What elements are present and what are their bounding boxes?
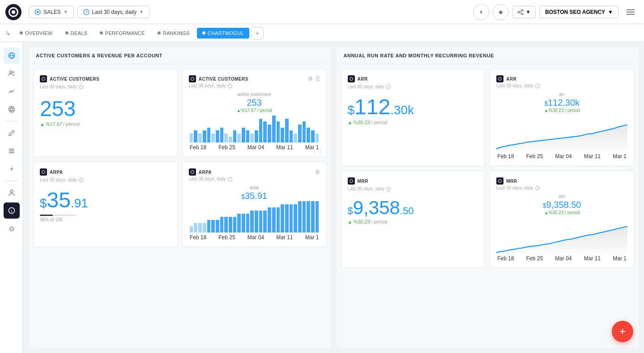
chart-mrr-subtitle: Last 30 days, daily i bbox=[496, 185, 627, 190]
sales-dropdown[interactable]: SALES ▼ bbox=[29, 6, 74, 18]
sidebar-item-globe[interactable] bbox=[4, 47, 20, 64]
sidebar-item-pen[interactable] bbox=[4, 125, 20, 141]
x-label-4: Mar 11 bbox=[276, 144, 293, 151]
bar-segment bbox=[246, 214, 250, 232]
sidebar-item-world[interactable] bbox=[4, 101, 20, 117]
drag-handle-1[interactable]: ⋮⋮ bbox=[311, 148, 324, 155]
cm-logo-7 bbox=[348, 177, 355, 185]
tab-add-button[interactable]: + bbox=[251, 27, 264, 39]
arpa-bar-chart bbox=[189, 201, 320, 232]
bar-segment bbox=[277, 207, 280, 232]
sidebar-item-lightning[interactable] bbox=[4, 161, 20, 177]
arr-currency: $ bbox=[348, 103, 355, 117]
arpa-x-label-1: Feb 18 bbox=[190, 234, 206, 241]
arpa-x-label-2: Feb 25 bbox=[218, 234, 235, 241]
info-dot-5: i bbox=[386, 85, 391, 89]
bar-segment bbox=[311, 130, 315, 142]
bar-segment bbox=[203, 130, 206, 142]
bar-segment bbox=[263, 121, 267, 142]
sidebar-item-info[interactable]: i bbox=[4, 202, 20, 219]
chart-arpa-value: $35.91 bbox=[189, 191, 320, 201]
fab-add-button[interactable]: + bbox=[612, 321, 633, 342]
chart-title-arpa: ARPA bbox=[189, 168, 212, 176]
svg-line-10 bbox=[520, 11, 521, 12]
bar-segment bbox=[268, 207, 271, 232]
share-button[interactable]: ▼ bbox=[512, 6, 536, 18]
arr-x-1: Feb 18 bbox=[497, 153, 514, 159]
arpa-subtitle: Last 30 days, daily i bbox=[40, 177, 171, 182]
cm-logo-5 bbox=[348, 75, 355, 82]
bar-segment bbox=[207, 128, 211, 142]
chart-mrr-xlabels: Feb 18 Feb 25 Mar 04 Mar 11 Mar 1 bbox=[496, 254, 627, 262]
info-dot-4: i bbox=[228, 177, 232, 181]
bar-segment bbox=[203, 223, 206, 232]
tab-rankings[interactable]: RANKINGS bbox=[152, 28, 195, 39]
sidebar-item-bug[interactable] bbox=[4, 220, 20, 237]
info-dot-2: i bbox=[228, 84, 232, 88]
bar-segment bbox=[268, 125, 271, 142]
bar-segment bbox=[224, 133, 228, 142]
workspace-dropdown[interactable]: BOSTON SEO AGENCY ▼ bbox=[539, 6, 619, 18]
active-customers-subtitle: Last 30 days, daily i bbox=[40, 84, 171, 89]
sales-label: SALES bbox=[43, 9, 61, 15]
bar-segment bbox=[233, 217, 237, 232]
bar-segment bbox=[194, 223, 197, 232]
svg-point-32 bbox=[10, 228, 13, 231]
mrr-change-period: / period bbox=[371, 219, 388, 224]
mrr-change-arrow: ▲ bbox=[348, 219, 353, 224]
bar-segment bbox=[281, 128, 284, 142]
flash-icon bbox=[478, 9, 484, 15]
tab-overview[interactable]: OVERVIEW bbox=[14, 28, 58, 39]
menu-button[interactable] bbox=[623, 4, 639, 20]
sidebar-item-person[interactable] bbox=[4, 185, 20, 201]
bar-segment bbox=[242, 214, 245, 232]
active-customers-chart-card: ACTIVE CUSTOMERS ⚙ ⠿ Last 30 days, daily… bbox=[182, 69, 327, 157]
chart-title-mrr: MRR bbox=[496, 177, 517, 185]
tab-performance[interactable]: PERFORMANCE bbox=[94, 28, 150, 39]
chart-header-arr: ARR bbox=[496, 75, 627, 82]
info-dot-3: i bbox=[79, 178, 83, 182]
mrr-chart-card: MRR Last 30 days, daily i mrr $9,358.50 … bbox=[490, 171, 634, 268]
bar-segment bbox=[220, 217, 224, 232]
arr-x-4: Mar 11 bbox=[584, 153, 601, 159]
settings-icon-2[interactable]: ⚙ bbox=[315, 169, 320, 175]
tab-chartmogul[interactable]: CHARTMOGUL bbox=[197, 28, 249, 39]
tab-chartmogul-dot bbox=[202, 31, 205, 34]
bar-segment bbox=[216, 130, 219, 142]
bar-segment bbox=[285, 204, 289, 232]
time-label: Last 30 days, daily bbox=[92, 9, 136, 15]
sidebar-item-list[interactable] bbox=[4, 143, 20, 159]
active-customers-metric-card: ACTIVE CUSTOMERS Last 30 days, daily i 2… bbox=[33, 69, 178, 157]
main-content: ACTIVE CUSTOMERS & REVENUE PER ACCOUNT A… bbox=[23, 42, 644, 353]
tab-deals[interactable]: DEALS bbox=[60, 28, 93, 39]
clock-icon bbox=[83, 9, 90, 15]
mrr-x-1: Feb 18 bbox=[497, 255, 514, 262]
chart-header-arpa: ARPA ⚙ bbox=[189, 168, 320, 176]
svg-rect-26 bbox=[9, 151, 14, 151]
chart-mrr-legend: mrr bbox=[496, 194, 627, 199]
bar-segment bbox=[294, 204, 297, 232]
settings-icon-1[interactable]: ⚙ bbox=[308, 76, 313, 82]
star-button[interactable] bbox=[493, 4, 509, 20]
move-icon-1[interactable]: ⠿ bbox=[316, 75, 320, 82]
svg-line-11 bbox=[520, 13, 521, 13]
mrr-area bbox=[496, 226, 627, 254]
chart-header-mrr: MRR bbox=[496, 177, 627, 185]
right-panel-grid: ARR Last 30 days, daily i $ 112 .30k ▲ %… bbox=[337, 64, 639, 273]
mrr-x-2: Feb 25 bbox=[526, 255, 543, 262]
sidebar-item-graph[interactable] bbox=[4, 83, 20, 99]
sidebar-item-users[interactable] bbox=[4, 65, 20, 82]
chart-ac-title: ACTIVE CUSTOMERS bbox=[199, 77, 248, 82]
bar-segment bbox=[233, 130, 237, 142]
chart-arr-subtitle: Last 30 days, daily i bbox=[496, 83, 627, 88]
time-dropdown[interactable]: Last 30 days, daily ▼ bbox=[77, 6, 149, 18]
bar-segment bbox=[285, 119, 289, 142]
sidebar-divider-2 bbox=[5, 181, 18, 181]
chart-arr-xlabels: Feb 18 Feb 25 Mar 04 Mar 11 Mar 1 bbox=[496, 152, 627, 159]
tab-performance-dot bbox=[100, 31, 103, 34]
bar-segment bbox=[259, 211, 263, 232]
bar-segment bbox=[255, 211, 258, 232]
arr-chart-card: ARR Last 30 days, daily i arr $112.30k ▲… bbox=[490, 69, 634, 166]
flash-button[interactable] bbox=[473, 4, 489, 20]
chart-ac-legend: active customers bbox=[189, 92, 320, 97]
